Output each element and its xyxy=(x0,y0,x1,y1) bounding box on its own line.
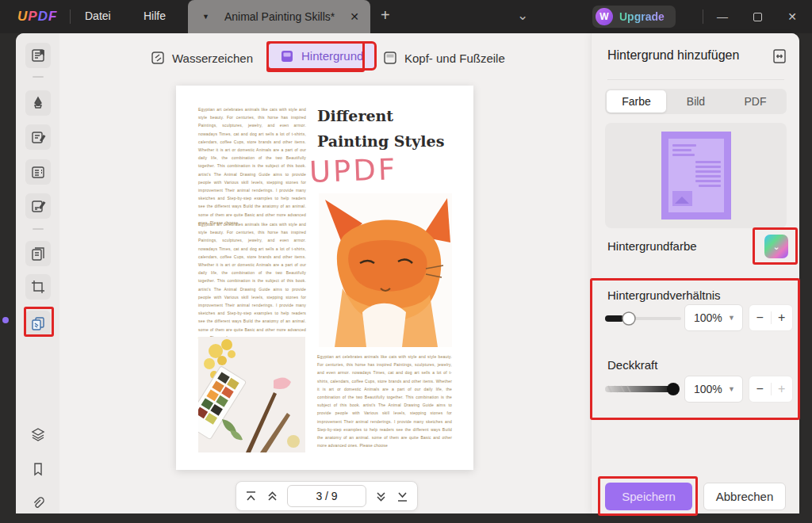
palette-photo xyxy=(198,337,305,452)
apply-to-pages-icon[interactable] xyxy=(771,48,788,65)
divider xyxy=(70,10,71,24)
save-button[interactable]: Speichern xyxy=(605,483,692,510)
tab-pdf[interactable]: PDF xyxy=(726,90,785,113)
title-bar: UPDF Datei Hilfe ▼ Animal Painting Skill… xyxy=(0,0,812,33)
opacity-label: Deckkraft xyxy=(607,358,657,372)
reader-icon[interactable] xyxy=(25,43,51,68)
chevron-down-icon[interactable]: ⌄ xyxy=(517,7,528,24)
opacity-dropdown[interactable]: 100%▼ xyxy=(684,376,743,403)
page-paragraph: Egyptian art celebrates animals like cat… xyxy=(198,220,306,342)
page-heading: Different Painting Styles xyxy=(317,103,460,155)
preview-image-placeholder xyxy=(672,191,692,206)
divider xyxy=(703,10,703,24)
background-icon[interactable] xyxy=(25,311,51,336)
background-tool-label: Hintergrund xyxy=(301,49,363,63)
ratio-minus-button[interactable]: − xyxy=(749,305,771,330)
tab-farbe[interactable]: Farbe xyxy=(607,90,666,113)
attachment-icon[interactable] xyxy=(25,491,51,516)
background-preview xyxy=(605,123,787,228)
header-footer-label: Kopf- und Fußzeile xyxy=(404,52,505,65)
menu-hilfe[interactable]: Hilfe xyxy=(144,10,166,22)
previous-page-icon[interactable] xyxy=(266,490,279,503)
background-panel: Hintergrund hinzufügen Farbe Bild PDF xyxy=(591,33,799,513)
background-color-label: Hintergrundfarbe xyxy=(607,239,697,253)
menu-datei[interactable]: Datei xyxy=(85,10,111,22)
highlighter-icon[interactable] xyxy=(25,90,51,116)
ratio-dropdown[interactable]: 100%▼ xyxy=(684,304,743,331)
background-tool-icon xyxy=(280,49,294,63)
fox-illustration xyxy=(319,193,452,347)
panel-handle-dot[interactable] xyxy=(2,317,9,323)
watermark-icon xyxy=(151,51,165,65)
opacity-stepper: − + xyxy=(749,376,793,403)
bookmark-icon[interactable] xyxy=(25,456,51,482)
tab-bild[interactable]: Bild xyxy=(666,90,726,113)
opacity-slider[interactable] xyxy=(605,381,681,397)
tab-dropdown-icon[interactable]: ▼ xyxy=(202,13,209,21)
cancel-button[interactable]: Abbrechen xyxy=(703,483,786,510)
first-page-icon[interactable] xyxy=(244,490,258,503)
ratio-stepper: − + xyxy=(749,304,793,331)
divider xyxy=(607,79,784,80)
page-navigation xyxy=(236,481,418,511)
updf-watermark: UPDF xyxy=(308,152,398,189)
panel-title: Hintergrund hinzufügen xyxy=(607,48,739,63)
comment-icon[interactable] xyxy=(25,124,51,150)
page-paragraph: Egyptian art celebrates animals like cat… xyxy=(198,105,306,227)
updf-logo: UPDF xyxy=(17,9,57,25)
crop-icon[interactable] xyxy=(25,274,51,300)
ratio-label: Hintergrundverhältnis xyxy=(607,288,721,302)
chevron-down-icon: ▼ xyxy=(728,314,735,322)
maximize-button[interactable] xyxy=(747,8,768,25)
organize-pages-icon[interactable] xyxy=(25,241,51,266)
minimize-button[interactable]: — xyxy=(712,8,733,25)
ratio-plus-button[interactable]: + xyxy=(772,305,793,330)
left-sidebar xyxy=(16,33,59,513)
ratio-slider[interactable] xyxy=(605,311,681,326)
color-picker-swatch[interactable]: ⌄ xyxy=(764,235,788,258)
divider xyxy=(33,76,44,78)
divider xyxy=(33,228,44,230)
preview-page-thumbnail xyxy=(661,132,731,220)
maximize-icon xyxy=(753,13,762,21)
upgrade-button[interactable]: W Upgrade xyxy=(592,6,676,28)
avatar[interactable]: W xyxy=(596,8,613,25)
layers-icon[interactable] xyxy=(25,422,51,447)
chevron-down-icon: ⌄ xyxy=(772,242,779,252)
edit-page-icon[interactable] xyxy=(25,193,51,219)
opacity-value: 100% xyxy=(694,383,722,395)
header-footer-tool[interactable]: Kopf- und Fußzeile xyxy=(383,44,505,71)
document-area: Wasserzeichen Hintergrund Kopf- und Fußz… xyxy=(59,33,591,513)
background-tool[interactable]: Hintergrund xyxy=(266,41,377,71)
page-number-input[interactable] xyxy=(287,485,366,507)
page-paragraph: Egyptian art celebrates animals like cat… xyxy=(317,353,452,449)
app-shell: Wasserzeichen Hintergrund Kopf- und Fußz… xyxy=(16,33,799,513)
pdf-page[interactable]: Egyptian art celebrates animals like cat… xyxy=(176,86,473,470)
form-icon[interactable] xyxy=(25,159,51,185)
close-button[interactable]: ✕ xyxy=(782,8,802,25)
opacity-minus-button[interactable]: − xyxy=(749,376,771,402)
document-tab[interactable]: ▼ Animal Painting Skills* ✕ xyxy=(188,0,370,33)
last-page-icon[interactable] xyxy=(396,490,409,503)
tab-close-icon[interactable]: ✕ xyxy=(350,10,359,23)
source-tabs: Farbe Bild PDF xyxy=(605,89,787,114)
opacity-plus-button[interactable]: + xyxy=(772,376,793,402)
next-page-icon[interactable] xyxy=(374,490,388,503)
new-tab-button[interactable]: + xyxy=(381,6,390,25)
chevron-down-icon: ▼ xyxy=(728,385,735,393)
header-footer-icon xyxy=(383,51,397,65)
upgrade-label: Upgrade xyxy=(619,10,665,23)
preview-page-inner xyxy=(668,139,724,212)
ratio-value: 100% xyxy=(694,311,722,324)
watermark-label: Wasserzeichen xyxy=(172,52,253,65)
watermark-tool[interactable]: Wasserzeichen xyxy=(151,44,253,71)
tab-title: Animal Painting Skills* xyxy=(209,10,350,23)
